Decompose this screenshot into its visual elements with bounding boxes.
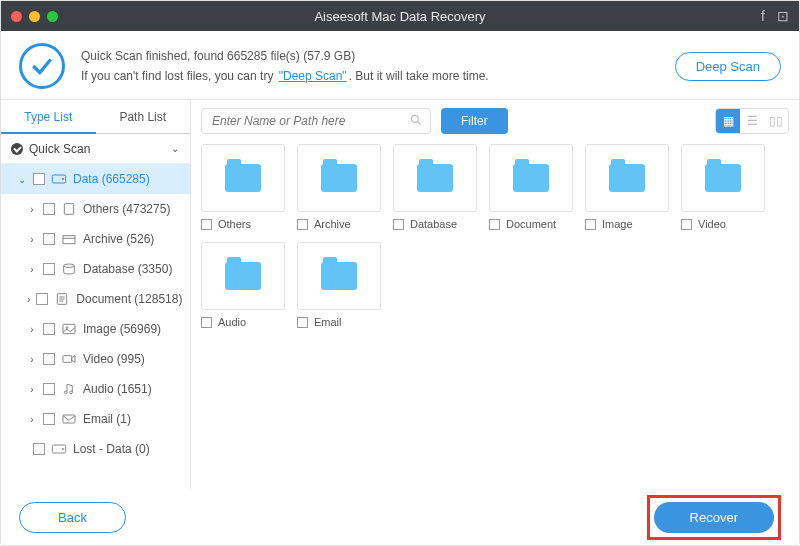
view-column-icon[interactable]: ▯▯ (764, 109, 788, 133)
database-icon (61, 262, 77, 276)
checkbox[interactable] (297, 317, 308, 328)
checkbox[interactable] (681, 219, 692, 230)
tree-item-video[interactable]: › Video (995) (1, 344, 190, 374)
quick-scan-row[interactable]: Quick Scan ⌄ (1, 134, 190, 164)
svg-point-14 (64, 391, 67, 394)
tree-label: Document (128518) (76, 292, 182, 306)
folder-icon (225, 262, 261, 290)
tree-item-archive[interactable]: › Archive (526) (1, 224, 190, 254)
checkbox[interactable] (297, 219, 308, 230)
chevron-right-icon[interactable]: › (27, 294, 30, 305)
deep-scan-button[interactable]: Deep Scan (675, 52, 781, 81)
filter-button[interactable]: Filter (441, 108, 508, 134)
svg-rect-16 (63, 415, 75, 423)
tree-item-audio[interactable]: › Audio (1651) (1, 374, 190, 404)
tree-item-lost[interactable]: › Lost - Data (0) (1, 434, 190, 464)
search-icon[interactable] (409, 113, 423, 131)
checkbox[interactable] (43, 203, 55, 215)
chevron-right-icon[interactable]: › (27, 414, 37, 425)
folder-icon (609, 164, 645, 192)
folder-database[interactable]: Database (393, 144, 477, 230)
checkbox[interactable] (489, 219, 500, 230)
deep-scan-link[interactable]: "Deep Scan" (279, 69, 347, 83)
footer: Back Recover (1, 489, 799, 545)
tile-label: Archive (314, 218, 351, 230)
svg-point-19 (411, 115, 418, 122)
chevron-right-icon[interactable]: › (27, 354, 37, 365)
tree-item-data[interactable]: ⌄ Data (665285) (1, 164, 190, 194)
tile-label: Image (602, 218, 633, 230)
checkbox[interactable] (43, 353, 55, 365)
tree-label: Data (665285) (73, 172, 150, 186)
view-grid-icon[interactable]: ▦ (716, 109, 740, 133)
folder-icon (321, 164, 357, 192)
folder-email[interactable]: Email (297, 242, 381, 328)
chevron-right-icon[interactable]: › (27, 384, 37, 395)
svg-point-1 (62, 178, 63, 179)
recover-highlight: Recover (647, 495, 781, 540)
tree-item-database[interactable]: › Database (3350) (1, 254, 190, 284)
svg-rect-3 (63, 236, 75, 244)
chevron-down-icon[interactable]: ⌄ (170, 143, 180, 154)
audio-icon (61, 382, 77, 396)
chevron-right-icon[interactable]: › (27, 204, 37, 215)
folder-others[interactable]: Others (201, 144, 285, 230)
scan-hint-a: If you can't find lost files, you can tr… (81, 69, 273, 83)
checkbox[interactable] (585, 219, 596, 230)
checkbox[interactable] (43, 263, 55, 275)
tab-path-list[interactable]: Path List (96, 100, 191, 134)
tree-item-document[interactable]: › Document (128518) (1, 284, 190, 314)
tree-label: Video (995) (83, 352, 145, 366)
checkbox[interactable] (201, 317, 212, 328)
svg-line-20 (417, 121, 420, 124)
view-list-icon[interactable]: ☰ (740, 109, 764, 133)
app-window: Aiseesoft Mac Data Recovery f ⊡ Quick Sc… (0, 0, 800, 546)
checkbox[interactable] (36, 293, 48, 305)
checkbox[interactable] (43, 413, 55, 425)
folder-video[interactable]: Video (681, 144, 765, 230)
chevron-right-icon[interactable]: › (27, 234, 37, 245)
svg-rect-12 (63, 356, 72, 363)
chevron-down-icon[interactable]: ⌄ (17, 174, 27, 185)
checkbox[interactable] (43, 383, 55, 395)
folder-icon (225, 164, 261, 192)
checkbox[interactable] (33, 173, 45, 185)
chevron-right-icon[interactable]: › (27, 324, 37, 335)
folder-image[interactable]: Image (585, 144, 669, 230)
main-panel: Filter ▦ ☰ ▯▯ Others Archive Database Do… (191, 100, 799, 489)
folder-document[interactable]: Document (489, 144, 573, 230)
titlebar: Aiseesoft Mac Data Recovery f ⊡ (1, 1, 799, 31)
tree-item-image[interactable]: › Image (56969) (1, 314, 190, 344)
checkbox[interactable] (201, 219, 212, 230)
tree-label: Image (56969) (83, 322, 161, 336)
folder-audio[interactable]: Audio (201, 242, 285, 328)
view-toggle: ▦ ☰ ▯▯ (715, 108, 789, 134)
tree-item-others[interactable]: › Others (473275) (1, 194, 190, 224)
recover-button[interactable]: Recover (654, 502, 774, 533)
quick-scan-label: Quick Scan (29, 142, 90, 156)
body: Type List Path List Quick Scan ⌄ ⌄ Data … (1, 99, 799, 489)
main-toolbar: Filter ▦ ☰ ▯▯ (201, 108, 789, 134)
checkbox[interactable] (393, 219, 404, 230)
scan-summary: Quick Scan finished, found 665285 file(s… (1, 31, 799, 99)
folder-icon (705, 164, 741, 192)
chevron-right-icon[interactable]: › (27, 264, 37, 275)
image-icon (61, 322, 77, 336)
folder-archive[interactable]: Archive (297, 144, 381, 230)
folder-icon (417, 164, 453, 192)
search-wrap (201, 108, 431, 134)
items-grid: Others Archive Database Document Image V… (201, 144, 789, 332)
checkbox[interactable] (43, 323, 55, 335)
checkbox[interactable] (33, 443, 45, 455)
checkbox[interactable] (43, 233, 55, 245)
sidebar: Type List Path List Quick Scan ⌄ ⌄ Data … (1, 100, 191, 489)
tile-label: Audio (218, 316, 246, 328)
tile-label: Database (410, 218, 457, 230)
search-input[interactable] (201, 108, 431, 134)
back-button[interactable]: Back (19, 502, 126, 533)
success-check-icon (19, 43, 65, 89)
folder-icon (321, 262, 357, 290)
scan-hint-b: . But it will take more time. (349, 69, 489, 83)
tab-type-list[interactable]: Type List (1, 100, 96, 134)
tree-item-email[interactable]: › Email (1) (1, 404, 190, 434)
